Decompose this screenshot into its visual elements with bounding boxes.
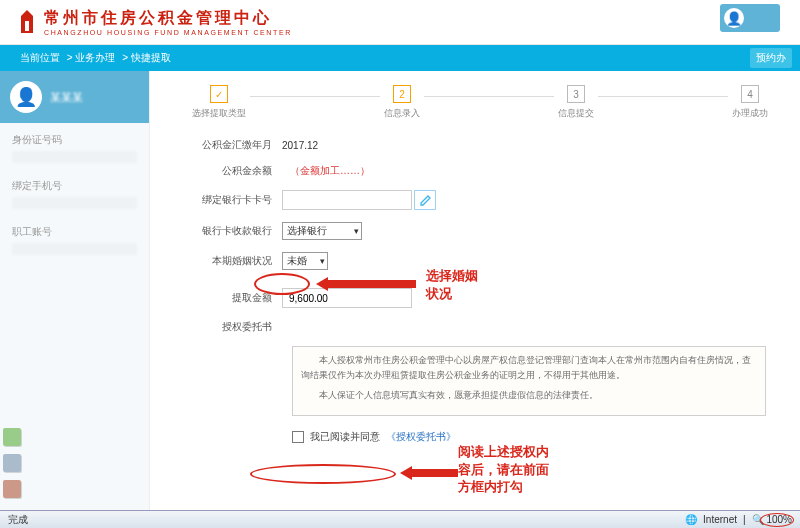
label-month: 公积金汇缴年月 bbox=[186, 138, 282, 152]
annotation-text-agree: 阅读上述授权内 容后，请在前面 方框内打勾 bbox=[458, 443, 549, 496]
main-panel: ✓选择提取类型 2信息录入 3信息提交 4办理成功 公积金汇缴年月2017.12… bbox=[150, 71, 800, 511]
marital-select[interactable]: 未婚 bbox=[282, 252, 328, 270]
auth-textarea[interactable]: 本人授权常州市住房公积金管理中心以房屋产权信息登记管理部门查询本人在常州市范围内… bbox=[292, 346, 766, 416]
user-menu[interactable]: 👤 bbox=[720, 4, 780, 32]
annotation-arrow-agree bbox=[400, 466, 458, 480]
annotation-circle-zoom bbox=[760, 513, 794, 527]
agree-link[interactable]: 《授权委托书》 bbox=[386, 430, 456, 444]
bank-select[interactable]: 选择银行 bbox=[282, 222, 362, 240]
logo-icon bbox=[18, 9, 36, 35]
label-auth: 授权委托书 bbox=[186, 320, 282, 334]
step-indicator: ✓选择提取类型 2信息录入 3信息提交 4办理成功 bbox=[192, 85, 768, 120]
side-value-acct bbox=[12, 243, 137, 255]
breadcrumb: 当前位置 > 业务办理 > 快捷提取 bbox=[0, 45, 800, 65]
step-3: 3信息提交 bbox=[558, 85, 594, 120]
label-balance: 公积金余额 bbox=[186, 164, 282, 178]
user-name: 某某某 bbox=[50, 90, 83, 105]
svg-rect-0 bbox=[25, 21, 29, 31]
balance-hint: （金额加工……） bbox=[290, 164, 370, 178]
label-card: 绑定银行卡卡号 bbox=[186, 193, 282, 207]
step-4: 4办理成功 bbox=[732, 85, 768, 120]
status-done: 完成 bbox=[8, 513, 28, 527]
side-label-phone: 绑定手机号 bbox=[0, 169, 149, 195]
side-label-id: 身份证号码 bbox=[0, 123, 149, 149]
avatar-icon: 👤 bbox=[724, 8, 744, 28]
status-sep: | bbox=[743, 514, 746, 525]
annotation-circle-agree bbox=[250, 464, 396, 484]
dock-icon[interactable] bbox=[3, 428, 21, 446]
amount-input[interactable] bbox=[282, 288, 412, 308]
app-header: 常州市住房公积金管理中心 CHANGZHOU HOUSING FUND MANA… bbox=[0, 0, 800, 45]
edit-icon[interactable] bbox=[414, 190, 436, 210]
step-1: ✓选择提取类型 bbox=[192, 85, 246, 120]
status-net: Internet bbox=[703, 514, 737, 525]
reserve-button[interactable]: 预约办 bbox=[750, 48, 792, 68]
step-2: 2信息录入 bbox=[384, 85, 420, 120]
side-label-acct: 职工账号 bbox=[0, 215, 149, 241]
user-card: 👤 某某某 bbox=[0, 71, 149, 123]
agree-row: 我已阅读并同意 《授权委托书》 bbox=[292, 430, 774, 444]
label-marital: 本期婚姻状况 bbox=[186, 254, 282, 268]
dock-icons bbox=[0, 428, 24, 498]
status-bar: 完成 🌐 Internet | 🔍 100% bbox=[0, 510, 800, 528]
agree-checkbox[interactable] bbox=[292, 431, 304, 443]
label-bank: 银行卡收款银行 bbox=[186, 224, 282, 238]
value-month: 2017.12 bbox=[282, 140, 318, 151]
side-value-phone bbox=[12, 197, 137, 209]
dock-icon[interactable] bbox=[3, 480, 21, 498]
org-name-cn: 常州市住房公积金管理中心 bbox=[44, 8, 292, 29]
side-value-id bbox=[12, 151, 137, 163]
nav-band: 当前位置 > 业务办理 > 快捷提取 预约办 bbox=[0, 45, 800, 71]
globe-icon: 🌐 bbox=[685, 514, 697, 525]
label-amount: 提取金额 bbox=[186, 291, 282, 305]
org-name-en: CHANGZHOU HOUSING FUND MANAGEMENT CENTER bbox=[44, 29, 292, 36]
agree-text: 我已阅读并同意 bbox=[310, 430, 380, 444]
card-input[interactable] bbox=[282, 190, 412, 210]
avatar-icon: 👤 bbox=[10, 81, 42, 113]
annotation-text-marital: 选择婚姻 状况 bbox=[426, 267, 478, 302]
dock-icon[interactable] bbox=[3, 454, 21, 472]
